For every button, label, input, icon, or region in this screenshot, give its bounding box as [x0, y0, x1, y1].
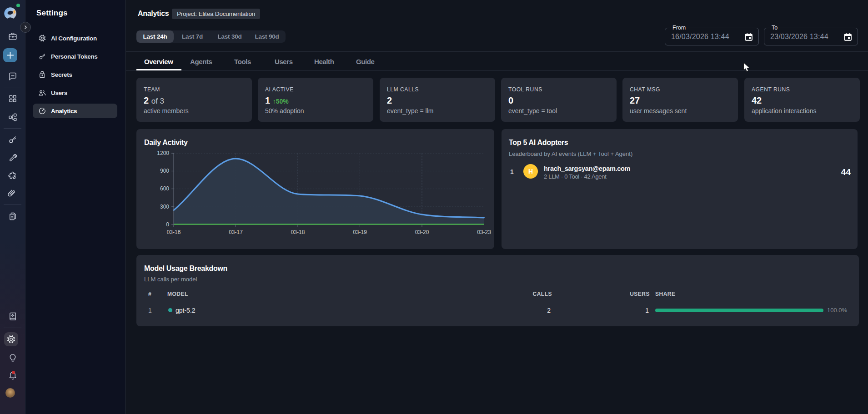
svg-text:600: 600 — [160, 185, 169, 192]
svg-text:0: 0 — [166, 221, 169, 228]
svg-text:03-18: 03-18 — [291, 229, 305, 235]
svg-text:03-16: 03-16 — [167, 229, 181, 235]
svg-text:03-19: 03-19 — [353, 229, 367, 235]
svg-text:03-23: 03-23 — [477, 229, 491, 235]
svg-text:03-20: 03-20 — [415, 229, 429, 235]
svg-text:1200: 1200 — [157, 150, 169, 156]
svg-text:900: 900 — [160, 168, 169, 174]
svg-text:03-17: 03-17 — [229, 229, 243, 235]
svg-text:300: 300 — [160, 204, 169, 210]
